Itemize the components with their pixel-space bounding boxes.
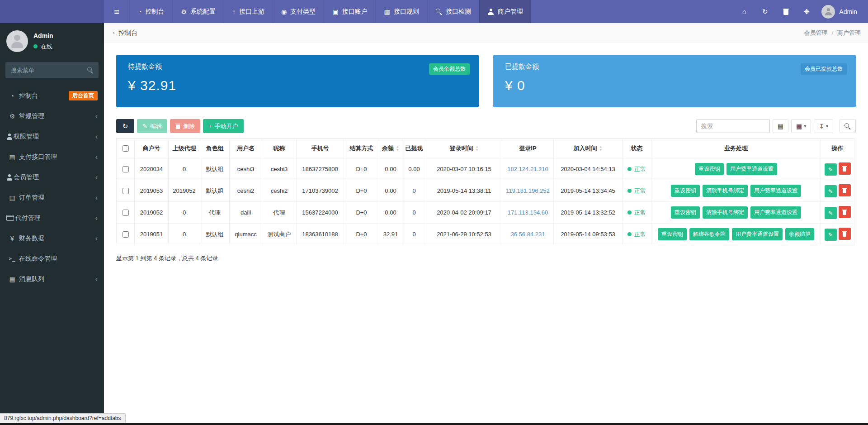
sidebar-item-2[interactable]: ⚙常规管理‹ xyxy=(0,106,104,126)
biz-action-button[interactable]: 重设密钥 xyxy=(658,228,687,240)
nav-tab-6[interactable]: ▦接口规则 xyxy=(375,0,427,23)
select-all-checkbox[interactable] xyxy=(123,145,129,152)
col-header-join_time[interactable]: 加入时间▲▼ xyxy=(554,139,623,158)
edit-row-button[interactable]: ✎ xyxy=(825,207,837,219)
sidebar-item-5[interactable]: 会员管理‹ xyxy=(0,167,104,187)
menu-toggle-button[interactable]: ≡ xyxy=(104,0,129,23)
col-header-login_time[interactable]: 登录时间▲▼ xyxy=(426,139,502,158)
biz-action-button[interactable]: 用户费率通道设置 xyxy=(732,228,783,240)
nav-tab-5[interactable]: ▣接口账户 xyxy=(324,0,375,23)
sort-icon: ▲▼ xyxy=(599,145,603,152)
stat-card-2: 已提款金额¥ 0会员已提款总数 xyxy=(493,55,856,107)
refresh-button[interactable]: ↻ xyxy=(755,0,775,23)
cell-role_group: 代理 xyxy=(200,202,230,224)
biz-action-button[interactable]: 清除手机号绑定 xyxy=(703,185,748,197)
cell-parent_agent: 0 xyxy=(169,224,200,245)
cell-phone: 15637224000 xyxy=(297,202,344,224)
cell-phone: 18363610188 xyxy=(297,224,344,245)
cell-merchant_no: 2019053 xyxy=(135,180,169,202)
fullscreen-button[interactable]: ✥ xyxy=(796,0,817,23)
pencil-icon: ✎ xyxy=(142,123,147,129)
sidebar-item-3[interactable]: 权限管理‹ xyxy=(0,126,104,147)
login-ip-link[interactable]: 182.124.21.210 xyxy=(507,166,548,172)
caret-down-icon: ▾ xyxy=(804,124,806,129)
avatar xyxy=(821,5,835,19)
nav-tab-7[interactable]: 接口检测 xyxy=(427,0,479,23)
cell-nickname: 测试商户 xyxy=(262,224,297,245)
sidebar-item-1[interactable]: ◔控制台后台首页 xyxy=(0,86,104,106)
nav-tab-label: 控制台 xyxy=(145,8,164,16)
delete-row-button[interactable] xyxy=(839,184,851,196)
nav-tab-3[interactable]: ↑接口上游 xyxy=(224,0,273,23)
col-header-phone: 手机号 xyxy=(297,139,344,158)
pencil-icon: ✎ xyxy=(828,232,833,238)
trash-button[interactable] xyxy=(775,0,796,23)
biz-action-button[interactable]: 解绑谷歌令牌 xyxy=(689,228,729,240)
delete-row-button[interactable] xyxy=(839,228,851,240)
table-search-input[interactable] xyxy=(696,119,770,133)
cell-check xyxy=(117,224,135,245)
login-ip-link[interactable]: 36.56.84.231 xyxy=(511,231,545,238)
content-header: ◔ 控制台 会员管理/商户管理 xyxy=(104,23,868,43)
sidebar-item-6[interactable]: ▤订单管理‹ xyxy=(0,187,104,208)
online-status: 在线 xyxy=(33,43,53,51)
delete-row-button[interactable] xyxy=(839,206,851,218)
row-checkbox[interactable] xyxy=(123,210,129,216)
cell-phone: 17103739002 xyxy=(297,180,344,202)
row-checkbox[interactable] xyxy=(123,231,129,238)
sidebar-item-8[interactable]: ¥财务数据‹ xyxy=(0,228,104,248)
biz-action-button[interactable]: 余额结算 xyxy=(785,228,814,240)
cell-merchant_no: 2019051 xyxy=(135,224,169,245)
delete-row-button[interactable] xyxy=(839,162,851,175)
menu-icon: ≡ xyxy=(114,7,119,16)
login-ip-link[interactable]: 171.113.154.60 xyxy=(508,209,548,216)
biz-action-button[interactable]: 重设密钥 xyxy=(671,206,700,219)
sidebar-menu: ◔控制台后台首页⚙常规管理‹权限管理‹▤支付接口管理‹会员管理‹▤订单管理‹代付… xyxy=(0,86,104,289)
export-button[interactable]: ↧▾ xyxy=(814,119,833,133)
cell-login_time: 2020-04-02 20:09:17 xyxy=(426,202,502,224)
search-toggle-button[interactable] xyxy=(840,119,856,133)
biz-action-button[interactable]: 用户费率通道设置 xyxy=(750,185,801,197)
stat-card-value: ¥ 0 xyxy=(505,78,844,93)
menu-search-input[interactable] xyxy=(5,62,99,78)
cell-parent_agent: 0 xyxy=(169,202,200,224)
sidebar-item-9[interactable]: >_在线命令管理 xyxy=(0,248,104,269)
login-ip-link[interactable]: 119.181.196.252 xyxy=(506,187,550,194)
manual-open-account-button[interactable]: +手动开户 xyxy=(203,119,244,133)
cell-status: 正常 xyxy=(623,180,651,202)
cell-biz: 重设密钥清除手机号绑定用户费率通道设置 xyxy=(651,180,821,202)
biz-action-button[interactable]: 用户费率通道设置 xyxy=(750,206,801,219)
columns-button[interactable]: ▦▾ xyxy=(791,119,811,133)
row-checkbox[interactable] xyxy=(123,166,129,172)
plus-icon: + xyxy=(208,123,212,129)
biz-action-button[interactable]: 重设密钥 xyxy=(695,163,724,175)
toggle-view-button[interactable]: ▤ xyxy=(773,119,788,133)
status-badge: 正常 xyxy=(627,165,646,173)
biz-action-button[interactable]: 清除手机号绑定 xyxy=(703,206,748,219)
nav-tab-4[interactable]: ◉支付类型 xyxy=(273,0,324,23)
edit-button[interactable]: ✎编辑 xyxy=(137,119,167,133)
col-header-balance[interactable]: 余额▲▼ xyxy=(379,139,402,158)
cell-parent_agent: 0 xyxy=(169,158,200,180)
delete-button[interactable]: 删除 xyxy=(170,119,200,133)
refresh-button[interactable]: ↻ xyxy=(116,119,134,133)
user-menu[interactable]: Admin xyxy=(817,0,868,23)
nav-spacer xyxy=(531,0,734,23)
sidebar-item-4[interactable]: ▤支付接口管理‹ xyxy=(0,147,104,167)
biz-action-button[interactable]: 用户费率通道设置 xyxy=(726,163,777,175)
sidebar-item-10[interactable]: ▤消息队列‹ xyxy=(0,269,104,289)
sidebar-item-label: 代付管理 xyxy=(15,214,95,222)
edit-row-button[interactable]: ✎ xyxy=(825,229,837,241)
row-checkbox[interactable] xyxy=(123,188,129,194)
edit-row-button[interactable]: ✎ xyxy=(825,185,837,197)
biz-action-button[interactable]: 重设密钥 xyxy=(671,185,700,197)
nav-tab-1[interactable]: ◔控制台 xyxy=(129,0,172,23)
sidebar-item-label: 会员管理 xyxy=(14,173,95,181)
bottom-strip xyxy=(0,423,868,425)
nav-tab-label: 商户管理 xyxy=(498,8,523,16)
sidebar-item-7[interactable]: 代付管理‹ xyxy=(0,208,104,228)
home-button[interactable]: ⌂ xyxy=(734,0,755,23)
nav-tab-8[interactable]: 商户管理 xyxy=(479,0,531,23)
nav-tab-2[interactable]: ⚙系统配置 xyxy=(172,0,224,23)
edit-row-button[interactable]: ✎ xyxy=(825,163,837,176)
